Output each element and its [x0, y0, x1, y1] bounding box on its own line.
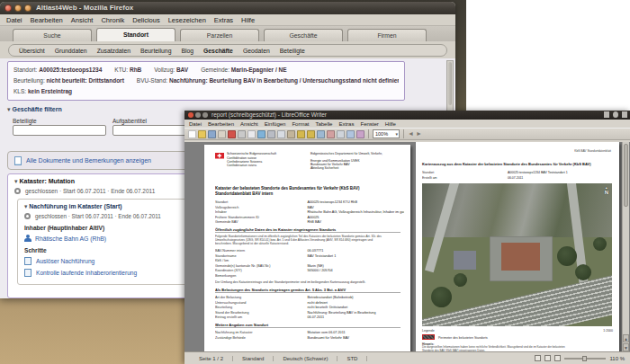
status-segment[interactable]: Seite 1 / 2: [190, 356, 233, 361]
menu-item[interactable]: Delicious: [132, 16, 159, 24]
zoom-combobox[interactable]: 100%: [373, 129, 400, 138]
multi-page-view-icon[interactable]: [544, 355, 551, 361]
hinweis-block: Hinweis: Die dargestellten Informationen…: [422, 342, 613, 351]
info-pair: VollzugBAV: [154, 67, 188, 73]
belastung-rows: Art der BelastungBetriebsstandort (Bahnb…: [215, 295, 404, 320]
gear-icon: [14, 188, 21, 194]
subtab[interactable]: Beteiligte: [280, 48, 305, 54]
minimize-icon[interactable]: [14, 4, 22, 12]
menu-item[interactable]: Einfügen: [265, 121, 286, 127]
subtab[interactable]: Geodaten: [243, 48, 270, 54]
kataster-status: geschlossen · Start 06.07.2011 · Ende 06…: [25, 188, 155, 194]
print-icon[interactable]: [238, 130, 246, 138]
cut-icon[interactable]: [267, 130, 275, 138]
zoom-slider[interactable]: [564, 358, 606, 360]
page-preview-icon[interactable]: [248, 130, 256, 138]
pdf-export-icon[interactable]: [228, 130, 236, 138]
beteiligte-input[interactable]: [13, 125, 106, 136]
tab[interactable]: Geschäfte: [264, 29, 343, 41]
back-arrow-icon[interactable]: ◄: [408, 129, 414, 138]
kbs-rows: BAV-Nummer intern06.037771StandortnameBA…: [215, 248, 404, 278]
gallery-icon[interactable]: [356, 130, 364, 138]
tab[interactable]: Parzellen: [180, 29, 259, 41]
menu-item[interactable]: Datei: [6, 16, 22, 24]
subtab[interactable]: Geschäfte: [203, 48, 233, 54]
subtab[interactable]: Beurteilung: [140, 48, 171, 54]
menu-item[interactable]: Lesezeichen: [168, 16, 206, 24]
task-icon: [24, 269, 32, 277]
status-segment[interactable]: Standard: [233, 356, 274, 361]
table-icon[interactable]: [317, 130, 325, 138]
close-icon[interactable]: [188, 112, 194, 118]
subtab[interactable]: Blog: [181, 48, 194, 54]
system-tray: [604, 111, 627, 118]
status-segment[interactable]: Deutsch (Schweiz): [274, 356, 338, 361]
menu-item[interactable]: Bearbeiten: [31, 16, 63, 24]
open-icon[interactable]: [198, 130, 206, 138]
menu-item[interactable]: Ansicht: [240, 121, 258, 127]
scroll-up-icon[interactable]: ▲: [623, 334, 629, 342]
subtab[interactable]: Grunddaten: [55, 48, 87, 54]
menu-item[interactable]: Format: [292, 121, 309, 127]
info-pair: Beurteilungnicht beurteilt: Drittstandor…: [14, 77, 124, 84]
orthophoto-map: N: [422, 183, 612, 326]
tab[interactable]: Firmen: [347, 29, 427, 41]
schritt-link[interactable]: Kontrolle laufende Inhaberorientierung: [36, 270, 137, 276]
inhaber-link[interactable]: Rhätische Bahn AG (RhB): [35, 235, 106, 242]
schritt-link[interactable]: Auslöser Nachführung: [36, 258, 94, 264]
scroll-down-icon[interactable]: ▼: [623, 343, 629, 351]
menu-item[interactable]: Bearbeiten: [208, 121, 234, 127]
writer-scrollbar[interactable]: ▲ ▼: [622, 142, 629, 351]
undo-icon[interactable]: [297, 130, 305, 138]
writer-window: report (schreibgeschützt) - LibreOffice …: [184, 111, 630, 364]
menu-item[interactable]: Hilfe: [385, 121, 396, 127]
menu-item[interactable]: Ansicht: [71, 16, 94, 24]
all-documents-link[interactable]: Alle Dokumente und Bemerkungen anzeigen: [26, 157, 151, 164]
power-icon[interactable]: [622, 111, 627, 118]
email-icon[interactable]: [218, 130, 226, 138]
book-view-icon[interactable]: [554, 355, 561, 361]
draw-icon[interactable]: [327, 130, 335, 138]
map-scale: 1:2000: [603, 329, 613, 333]
menu-item[interactable]: Chronik: [101, 16, 124, 24]
redo-icon[interactable]: [307, 130, 315, 138]
minimize-icon[interactable]: [195, 112, 201, 118]
spellcheck-icon[interactable]: [257, 130, 266, 138]
find-icon[interactable]: [337, 130, 345, 138]
writer-titlebar[interactable]: report (schreibgeschützt) - LibreOffice …: [184, 111, 630, 120]
menu-item[interactable]: Extras: [338, 121, 354, 127]
firefox-titlebar[interactable]: Altlast4Web - Mozilla Firefox: [0, 2, 455, 14]
close-icon[interactable]: [4, 4, 12, 12]
forward-arrow-icon[interactable]: ►: [416, 129, 422, 138]
menu-item[interactable]: Hilfe: [241, 16, 255, 24]
single-page-view-icon[interactable]: [535, 355, 541, 361]
maximize-icon[interactable]: [24, 4, 32, 12]
window-title: Altlast4Web - Mozilla Firefox: [36, 4, 133, 12]
menu-item[interactable]: Datei: [189, 121, 202, 127]
section-heading: Weitere Angaben zum Standort: [215, 323, 400, 328]
tab[interactable]: Standort: [96, 28, 176, 41]
menu-item[interactable]: Tabelle: [315, 121, 332, 127]
volume-icon[interactable]: [613, 111, 618, 118]
menu-item[interactable]: Extras: [214, 16, 233, 24]
menu-item[interactable]: Fenster: [360, 121, 378, 127]
copy-icon[interactable]: [277, 130, 285, 138]
tab[interactable]: Suche: [13, 29, 92, 41]
task-icon: [24, 257, 32, 265]
document-page-1[interactable]: Schweizerische EidgenossenschaftConfédér…: [204, 145, 410, 351]
subtab[interactable]: Übersicht: [19, 48, 45, 54]
mail-indicator-icon[interactable]: [604, 111, 609, 118]
navigator-icon[interactable]: [346, 130, 355, 138]
department-text: Eidgenössisches Departement für Umwelt, …: [310, 152, 382, 170]
maximize-icon[interactable]: [202, 112, 208, 118]
document-title: Kataster der belasteten Standorte des Bu…: [215, 186, 359, 196]
save-icon[interactable]: [208, 130, 216, 138]
paste-icon[interactable]: [287, 130, 295, 138]
swiss-flag-logo: [215, 153, 224, 159]
subtab[interactable]: Zusatzdaten: [97, 48, 130, 54]
new-doc-icon[interactable]: [188, 130, 196, 138]
standort-rows: StandortA00025:testoeops1234 KTU RhBVoll…: [215, 200, 404, 225]
status-segment[interactable]: STD: [338, 356, 367, 361]
main-tabs: SucheStandortParzellenGeschäfteFirmen: [0, 26, 455, 41]
document-page-2[interactable]: KbS BAV Standortdatenblatt Kartenauszug …: [416, 142, 619, 351]
